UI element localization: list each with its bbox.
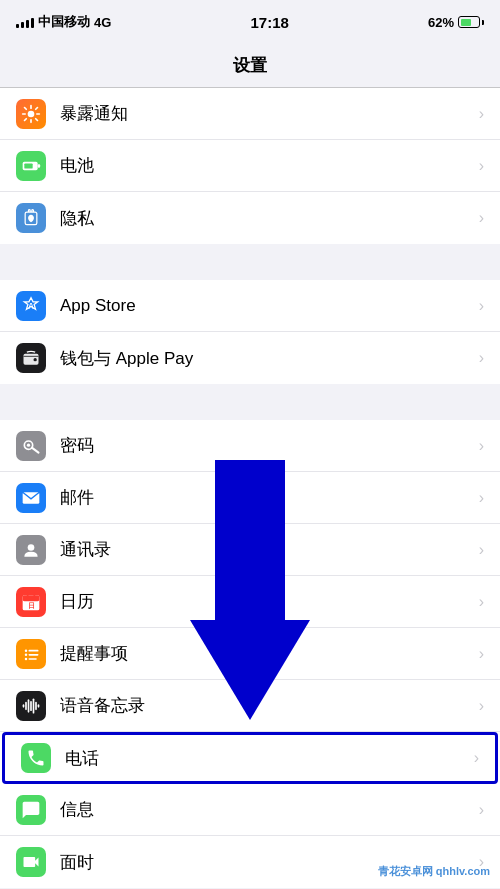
settings-group-2: A App Store › 钱包与 Apple Pay ›: [0, 280, 500, 384]
battery-chevron: ›: [479, 157, 484, 175]
settings-row-password[interactable]: 密码 ›: [0, 420, 500, 472]
svg-rect-11: [24, 163, 32, 168]
settings-row-calendar[interactable]: 日 日历 ›: [0, 576, 500, 628]
reminders-label: 提醒事项: [60, 642, 471, 665]
voice-icon: [16, 691, 46, 721]
appstore-chevron: ›: [479, 297, 484, 315]
svg-rect-10: [38, 164, 41, 167]
password-chevron: ›: [479, 437, 484, 455]
svg-point-0: [28, 110, 35, 117]
svg-line-16: [32, 447, 39, 452]
time-label: 17:18: [250, 14, 288, 31]
settings-row-facetime[interactable]: 面时 ›: [0, 836, 500, 888]
message-icon: [16, 795, 46, 825]
nav-bar: 设置: [0, 44, 500, 88]
reminders-icon: [16, 639, 46, 669]
svg-text:A: A: [28, 300, 34, 310]
privacy-label: 隐私: [60, 207, 471, 230]
battery-percent: 62%: [428, 15, 454, 30]
battery-settings-icon: [16, 151, 46, 181]
exposure-label: 暴露通知: [60, 102, 471, 125]
svg-line-7: [36, 107, 38, 109]
page-title: 设置: [233, 54, 267, 77]
svg-text:日: 日: [28, 601, 35, 608]
svg-line-8: [25, 118, 27, 120]
privacy-icon: [16, 203, 46, 233]
settings-row-battery[interactable]: 电池 ›: [0, 140, 500, 192]
phone-icon: [21, 743, 51, 773]
phone-label: 电话: [65, 747, 466, 770]
settings-row-privacy[interactable]: 隐私 ›: [0, 192, 500, 244]
settings-row-phone[interactable]: 电话 ›: [2, 732, 498, 784]
wallet-chevron: ›: [479, 349, 484, 367]
settings-row-appstore[interactable]: A App Store ›: [0, 280, 500, 332]
svg-point-14: [34, 358, 37, 361]
mail-icon: [16, 483, 46, 513]
settings-row-contacts[interactable]: 通讯录 ›: [0, 524, 500, 576]
voice-chevron: ›: [479, 697, 484, 715]
message-chevron: ›: [479, 801, 484, 819]
calendar-icon: 日: [16, 587, 46, 617]
svg-rect-37: [38, 704, 40, 707]
exposure-icon: [16, 99, 46, 129]
settings-row-message[interactable]: 信息 ›: [0, 784, 500, 836]
settings-row-exposure[interactable]: 暴露通知 ›: [0, 88, 500, 140]
settings-row-reminders[interactable]: 提醒事项 ›: [0, 628, 500, 680]
svg-rect-35: [33, 698, 35, 713]
svg-point-19: [28, 544, 35, 551]
svg-rect-21: [23, 595, 40, 601]
reminders-chevron: ›: [479, 645, 484, 663]
contacts-icon: [16, 535, 46, 565]
carrier-label: 中国移动: [38, 13, 90, 31]
svg-line-6: [36, 118, 38, 120]
signal-icon: [16, 16, 34, 28]
contacts-chevron: ›: [479, 541, 484, 559]
mail-label: 邮件: [60, 486, 471, 509]
exposure-chevron: ›: [479, 105, 484, 123]
svg-point-25: [25, 649, 28, 652]
watermark: 青花安卓网 qhhlv.com: [378, 864, 490, 879]
settings-group-1: 暴露通知 › 电池 › 隐私 ›: [0, 88, 500, 244]
voice-label: 语音备忘录: [60, 694, 471, 717]
wallet-icon: [16, 343, 46, 373]
gap-1: [0, 244, 500, 280]
settings-group-3: 密码 › 邮件 › 通讯录 ›: [0, 420, 500, 888]
battery-label: 电池: [60, 154, 471, 177]
svg-point-27: [25, 657, 28, 660]
svg-point-17: [27, 443, 30, 446]
password-icon: [16, 431, 46, 461]
network-label: 4G: [94, 15, 111, 30]
gap-2: [0, 384, 500, 420]
appstore-icon: A: [16, 291, 46, 321]
settings-row-voice[interactable]: 语音备忘录 ›: [0, 680, 500, 732]
svg-rect-32: [25, 701, 27, 709]
wallet-label: 钱包与 Apple Pay: [60, 347, 471, 370]
appstore-label: App Store: [60, 296, 471, 316]
contacts-label: 通讯录: [60, 538, 471, 561]
svg-line-5: [25, 107, 27, 109]
message-label: 信息: [60, 798, 471, 821]
svg-rect-33: [28, 699, 30, 712]
facetime-icon: [16, 847, 46, 877]
calendar-chevron: ›: [479, 593, 484, 611]
battery-icon: [458, 16, 484, 28]
settings-row-mail[interactable]: 邮件 ›: [0, 472, 500, 524]
calendar-label: 日历: [60, 590, 471, 613]
svg-rect-31: [23, 704, 25, 707]
settings-row-wallet[interactable]: 钱包与 Apple Pay ›: [0, 332, 500, 384]
mail-chevron: ›: [479, 489, 484, 507]
svg-rect-36: [35, 701, 37, 709]
privacy-chevron: ›: [479, 209, 484, 227]
settings-container: 暴露通知 › 电池 › 隐私 ›: [0, 88, 500, 888]
svg-point-26: [25, 653, 28, 656]
phone-chevron: ›: [474, 749, 479, 767]
password-label: 密码: [60, 434, 471, 457]
status-bar: 中国移动 4G 17:18 62%: [0, 0, 500, 44]
svg-rect-34: [30, 701, 32, 711]
